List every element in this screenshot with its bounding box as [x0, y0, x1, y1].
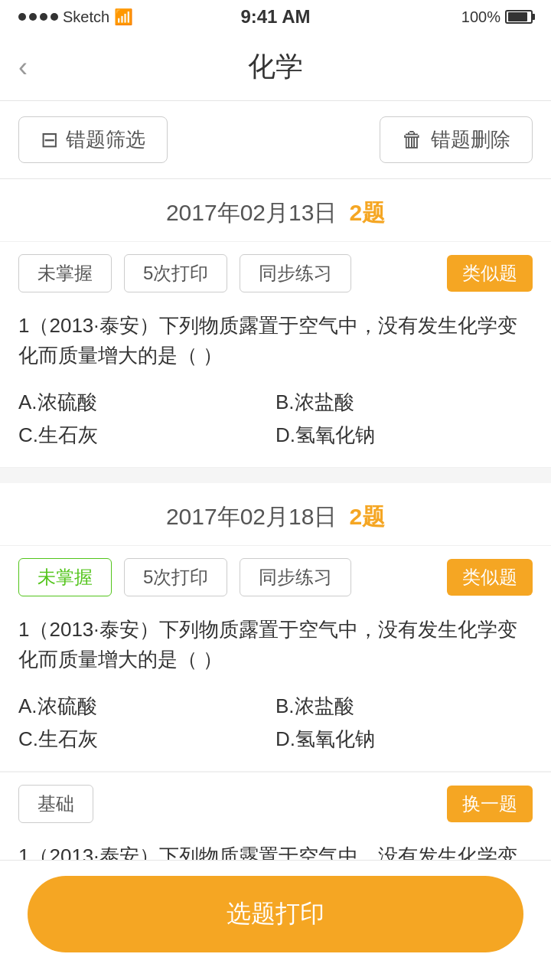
filter-button[interactable]: ⊟ 错题筛选 [18, 116, 168, 163]
status-left: Sketch 📶 [18, 8, 133, 26]
option-d-1-1: D.氢氧化钠 [276, 419, 533, 452]
delete-icon: 🗑 [402, 127, 423, 152]
date-text-1: 2017年02月13日 [166, 198, 337, 229]
date-header-2: 2017年02月18日 2题 [0, 483, 551, 545]
tag-row-2-1: 未掌握 5次打印 同步练习 类似题 [18, 546, 533, 609]
tag-row-1-1: 未掌握 5次打印 同步练习 类似题 [18, 242, 533, 305]
status-bar: Sketch 📶 9:41 AM 100% [0, 0, 551, 34]
option-c-1-1: C.生石灰 [18, 419, 276, 452]
date-text-2: 2017年02月18日 [166, 501, 337, 533]
delete-button[interactable]: 🗑 错题删除 [380, 116, 533, 163]
filter-icon: ⊟ [41, 127, 58, 152]
section-divider-1 [0, 468, 551, 483]
option-b-1-1: B.浓盐酸 [276, 386, 533, 419]
battery-icon [505, 10, 533, 24]
delete-label: 错题删除 [431, 126, 510, 153]
option-a-1-1: A.浓硫酸 [18, 386, 276, 419]
toolbar: ⊟ 错题筛选 🗑 错题删除 [0, 101, 551, 179]
option-b-2-1: B.浓盐酸 [276, 690, 533, 723]
tag-sync-practice-2[interactable]: 同步练习 [240, 558, 351, 596]
tag-row-2-2: 基础 换一题 [18, 773, 533, 835]
swap-button-2-2[interactable]: 换一题 [447, 786, 533, 822]
date-header-1: 2017年02月13日 2题 [0, 179, 551, 241]
wifi-icon: 📶 [114, 8, 133, 26]
page-title: 化学 [248, 48, 303, 86]
question-options-1-1: A.浓硫酸 B.浓盐酸 C.生石灰 D.氢氧化钠 [18, 377, 533, 467]
tag-print-5-2[interactable]: 5次打印 [124, 558, 227, 596]
tag-print-5-1[interactable]: 5次打印 [124, 254, 227, 292]
tag-not-mastered-2[interactable]: 未掌握 [18, 558, 112, 596]
carrier-label: Sketch [63, 8, 109, 26]
question-block-1-1: 未掌握 5次打印 同步练习 类似题 1（2013·泰安）下列物质露置于空气中，没… [0, 241, 551, 468]
filter-label: 错题筛选 [66, 126, 145, 153]
question-count-1: 2题 [349, 198, 385, 229]
tag-not-mastered-1[interactable]: 未掌握 [18, 254, 112, 292]
similar-button-2[interactable]: 类似题 [447, 559, 533, 596]
tag-sync-practice-1[interactable]: 同步练习 [240, 254, 351, 292]
battery-percent: 100% [461, 8, 500, 26]
print-bar: 选题打印 [0, 860, 551, 980]
status-right: 100% [461, 8, 533, 26]
question-text-2-1: 1（2013·泰安）下列物质露置于空气中，没有发生化学变化而质量增大的是（ ） [18, 609, 533, 681]
status-time: 9:41 AM [240, 6, 310, 28]
question-block-2-1: 未掌握 5次打印 同步练习 类似题 1（2013·泰安）下列物质露置于空气中，没… [0, 545, 551, 772]
similar-button-1[interactable]: 类似题 [447, 255, 533, 292]
option-c-2-1: C.生石灰 [18, 723, 276, 756]
back-button[interactable]: ‹ [18, 51, 28, 83]
question-count-2: 2题 [349, 501, 385, 533]
option-a-2-1: A.浓硫酸 [18, 690, 276, 723]
option-d-2-1: D.氢氧化钠 [276, 723, 533, 756]
print-button[interactable]: 选题打印 [28, 876, 523, 952]
nav-bar: ‹ 化学 [0, 34, 551, 101]
tag-basic-2[interactable]: 基础 [18, 785, 93, 823]
signal-dots [18, 13, 58, 21]
question-text-1-1: 1（2013·泰安）下列物质露置于空气中，没有发生化学变化而质量增大的是（ ） [18, 305, 533, 377]
question-options-2-1: A.浓硫酸 B.浓盐酸 C.生石灰 D.氢氧化钠 [18, 681, 533, 771]
